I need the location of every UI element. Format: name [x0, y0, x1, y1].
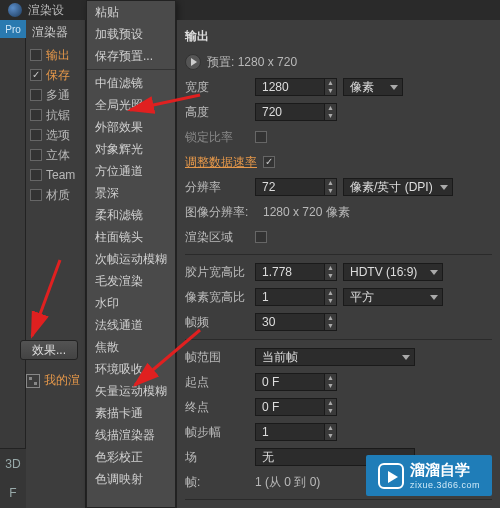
end-field[interactable]: ▲▼	[255, 398, 337, 416]
width-input[interactable]	[255, 78, 325, 96]
sidebar-item[interactable]: Team	[26, 165, 85, 185]
effects-context-menu: 粘贴加载预设保存预置... 中值滤镜全局光照外部效果对象辉光方位通道景深柔和滤镜…	[86, 0, 176, 508]
effects-button[interactable]: 效果...	[20, 340, 78, 360]
menu-item[interactable]: 柔和滤镜	[87, 204, 175, 226]
menu-item[interactable]: 外部效果	[87, 116, 175, 138]
menu-item[interactable]: 矢量运动模糊	[87, 380, 175, 402]
sidebar-item-label: 输出	[46, 47, 70, 64]
checkbox-icon[interactable]	[30, 129, 42, 141]
start-field[interactable]: ▲▼	[255, 373, 337, 391]
menu-item[interactable]: 柱面镜头	[87, 226, 175, 248]
film-aspect-field[interactable]: ▲▼	[255, 263, 337, 281]
checkbox-icon[interactable]	[30, 69, 42, 81]
frame-range-select[interactable]: 当前帧	[255, 348, 415, 366]
resolution-input[interactable]	[255, 178, 325, 196]
spinner-icon[interactable]: ▲▼	[325, 313, 337, 331]
bottom-gutter: 3D F	[0, 448, 26, 508]
spinner-icon[interactable]: ▲▼	[325, 423, 337, 441]
film-aspect-select[interactable]: HDTV (16:9)	[343, 263, 443, 281]
menu-separator	[87, 69, 175, 70]
watermark-url: zixue.3d66.com	[410, 480, 480, 490]
sidebar-item[interactable]: 输出	[26, 45, 85, 65]
frames-value: 1 (从 0 到 0)	[255, 474, 320, 491]
checkbox-icon[interactable]	[30, 109, 42, 121]
my-render-row[interactable]: 我的渲	[26, 372, 80, 389]
step-field[interactable]: ▲▼	[255, 423, 337, 441]
mode-f[interactable]: F	[9, 486, 16, 500]
menu-item[interactable]: 加载预设	[87, 23, 175, 45]
start-input[interactable]	[255, 373, 325, 391]
checkbox-icon[interactable]	[30, 169, 42, 181]
sidebar-item[interactable]: 保存	[26, 65, 85, 85]
menu-item[interactable]: 水印	[87, 292, 175, 314]
film-aspect-input[interactable]	[255, 263, 325, 281]
menu-item[interactable]: 环境吸收	[87, 358, 175, 380]
width-label: 宽度	[185, 79, 249, 96]
menu-item[interactable]: 景深	[87, 182, 175, 204]
resolution-field[interactable]: ▲▼	[255, 178, 337, 196]
menu-item[interactable]: 保存预置...	[87, 45, 175, 67]
step-input[interactable]	[255, 423, 325, 441]
spinner-icon[interactable]: ▲▼	[325, 178, 337, 196]
adjust-datarate-checkbox[interactable]	[263, 156, 275, 168]
spinner-icon[interactable]: ▲▼	[325, 78, 337, 96]
width-field[interactable]: ▲▼	[255, 78, 337, 96]
sidebar-item[interactable]: 选项	[26, 125, 85, 145]
pixel-aspect-input[interactable]	[255, 288, 325, 306]
menu-item[interactable]: 中值滤镜	[87, 72, 175, 94]
adjust-datarate-link[interactable]: 调整数据速率	[185, 154, 257, 171]
sidebar-item-label: 多通	[46, 87, 70, 104]
menu-item[interactable]: 粘贴	[87, 1, 175, 23]
menu-item[interactable]: 色彩校正	[87, 446, 175, 468]
fps-input[interactable]	[255, 313, 325, 331]
sidebar-item[interactable]: 材质	[26, 185, 85, 205]
menu-item[interactable]: 素描卡通	[87, 402, 175, 424]
film-aspect-label: 胶片宽高比	[185, 264, 249, 281]
preset-label: 预置: 1280 x 720	[207, 54, 297, 71]
pixel-aspect-select[interactable]: 平方	[343, 288, 443, 306]
sidebar-item-label: 选项	[46, 127, 70, 144]
spinner-icon[interactable]: ▲▼	[325, 263, 337, 281]
menu-item[interactable]: 方位通道	[87, 160, 175, 182]
image-res-value: 1280 x 720 像素	[263, 204, 350, 221]
mode-3d[interactable]: 3D	[5, 457, 20, 471]
resolution-unit-select[interactable]: 像素/英寸 (DPI)	[343, 178, 453, 196]
checkbox-icon[interactable]	[30, 89, 42, 101]
menu-item[interactable]: 焦散	[87, 336, 175, 358]
spinner-icon[interactable]: ▲▼	[325, 373, 337, 391]
spinner-icon[interactable]: ▲▼	[325, 103, 337, 121]
sidebar-item[interactable]: 抗锯	[26, 105, 85, 125]
selection-icon	[26, 374, 40, 388]
spinner-icon[interactable]: ▲▼	[325, 398, 337, 416]
menu-item[interactable]: 毛发渲染	[87, 270, 175, 292]
menu-item[interactable]: 法线通道	[87, 314, 175, 336]
checkbox-icon[interactable]	[30, 149, 42, 161]
lock-ratio-checkbox[interactable]	[255, 131, 267, 143]
render-region-checkbox[interactable]	[255, 231, 267, 243]
divider	[185, 254, 492, 255]
play-icon[interactable]	[185, 54, 201, 70]
divider	[185, 499, 492, 500]
app-icon	[8, 3, 22, 17]
field-label: 场	[185, 449, 249, 466]
height-input[interactable]	[255, 103, 325, 121]
fps-field[interactable]: ▲▼	[255, 313, 337, 331]
menu-item[interactable]: 全局光照	[87, 94, 175, 116]
menu-item[interactable]: 线描渲染器	[87, 424, 175, 446]
menu-item[interactable]: 对象辉光	[87, 138, 175, 160]
pixel-aspect-field[interactable]: ▲▼	[255, 288, 337, 306]
checkbox-icon[interactable]	[30, 49, 42, 61]
end-input[interactable]	[255, 398, 325, 416]
render-region-label: 渲染区域	[185, 229, 249, 246]
resolution-label: 分辨率	[185, 179, 249, 196]
height-field[interactable]: ▲▼	[255, 103, 337, 121]
sidebar-item-label: 立体	[46, 147, 70, 164]
checkbox-icon[interactable]	[30, 189, 42, 201]
sidebar-item[interactable]: 多通	[26, 85, 85, 105]
width-unit-select[interactable]: 像素	[343, 78, 403, 96]
menu-item[interactable]: 次帧运动模糊	[87, 248, 175, 270]
output-title: 输出	[185, 26, 492, 51]
spinner-icon[interactable]: ▲▼	[325, 288, 337, 306]
menu-item[interactable]: 色调映射	[87, 468, 175, 490]
sidebar-item[interactable]: 立体	[26, 145, 85, 165]
